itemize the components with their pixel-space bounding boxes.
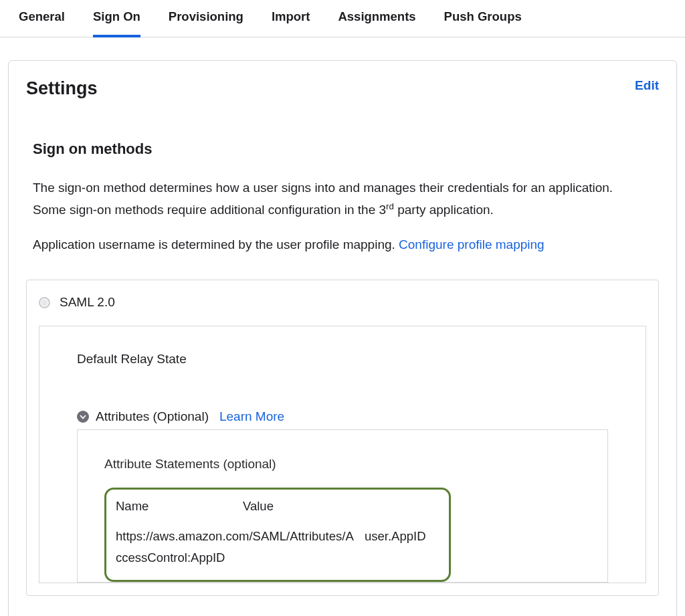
signon-description-1: The sign-on method determines how a user… [26, 177, 628, 221]
saml-radio-label: SAML 2.0 [60, 295, 115, 310]
signon-methods-box: SAML 2.0 Default Relay State Attributes … [26, 280, 659, 596]
header-name: Name [116, 499, 243, 514]
signon-description-2: Application username is determined by th… [26, 233, 628, 255]
saml-radio-row: SAML 2.0 [27, 280, 658, 326]
tab-bar: General Sign On Provisioning Import Assi… [0, 0, 685, 37]
configure-profile-mapping-link[interactable]: Configure profile mapping [399, 237, 545, 251]
saml-radio[interactable] [39, 297, 50, 308]
learn-more-link[interactable]: Learn More [219, 409, 284, 424]
attr-name-cell: https://aws.amazon.com/SAML/Attributes/A… [116, 526, 365, 568]
signon-heading: Sign on methods [26, 140, 659, 158]
attribute-highlight-box: Name Value https://aws.amazon.com/SAML/A… [104, 488, 451, 582]
attributes-section-header[interactable]: Attributes (Optional) Learn More [77, 409, 608, 424]
attribute-statements-title: Attribute Statements (optional) [104, 457, 581, 472]
attributes-container: Attribute Statements (optional) Name Val… [77, 429, 608, 583]
default-relay-state-label: Default Relay State [77, 352, 608, 367]
attribute-table-header: Name Value [116, 499, 439, 514]
tab-provisioning[interactable]: Provisioning [169, 0, 243, 37]
saml-config-box: Default Relay State Attributes (Optional… [39, 326, 646, 583]
tab-general[interactable]: General [19, 0, 65, 37]
attribute-table-row: https://aws.amazon.com/SAML/Attributes/A… [116, 526, 439, 568]
header-value: Value [243, 499, 439, 514]
edit-button[interactable]: Edit [635, 78, 659, 93]
chevron-down-icon [77, 411, 89, 423]
panel-title: Settings [26, 78, 98, 99]
tab-sign-on[interactable]: Sign On [93, 0, 140, 37]
attributes-label: Attributes (Optional) [96, 409, 209, 424]
tab-push-groups[interactable]: Push Groups [444, 0, 522, 37]
tab-import[interactable]: Import [272, 0, 310, 37]
settings-panel: Settings Edit Sign on methods The sign-o… [8, 60, 677, 616]
tab-assignments[interactable]: Assignments [338, 0, 415, 37]
attr-value-cell: user.AppID [365, 526, 439, 568]
